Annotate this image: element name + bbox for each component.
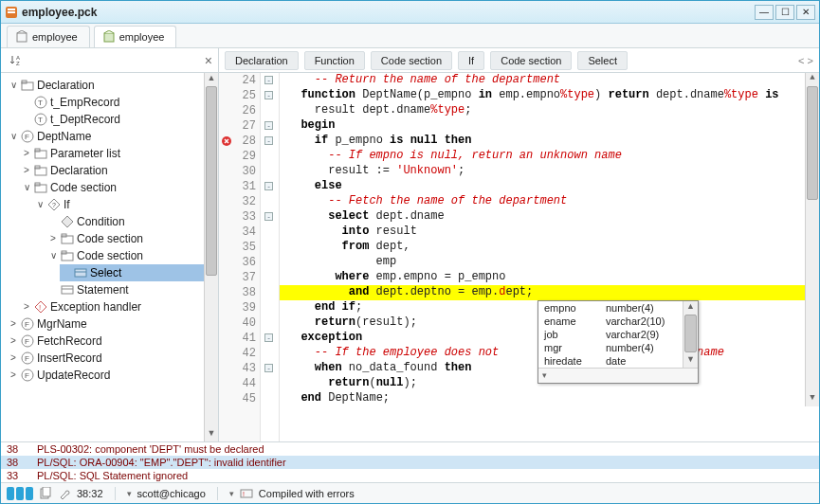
code-line[interactable]: -- If empno is null, return an unknown n… <box>287 149 819 164</box>
autocomplete-scrollbar[interactable]: ▲ ▼ <box>683 301 698 368</box>
line-number[interactable]: 36 <box>219 255 260 270</box>
breadcrumb-item[interactable]: Function <box>304 51 365 70</box>
outline-node[interactable]: ∨FDeptName <box>7 128 216 145</box>
autocomplete-item[interactable]: hiredatedate <box>538 354 698 368</box>
line-number[interactable]: 42 <box>219 346 260 361</box>
line-number[interactable]: 29 <box>219 149 260 164</box>
fold-gutter[interactable]: -------- <box>261 73 280 441</box>
code-line[interactable]: from dept, <box>287 240 819 255</box>
dropdown-icon[interactable]: ▾ <box>127 489 132 498</box>
scroll-up-icon[interactable]: ▲ <box>806 73 819 86</box>
outline-node[interactable]: >FInsertRecord <box>7 350 216 367</box>
autocomplete-popup[interactable]: empnonumber(4)enamevarchar2(10)jobvarcha… <box>538 300 699 384</box>
code-line[interactable]: into result <box>287 225 819 240</box>
outline-node[interactable]: >FFetchRecord <box>7 333 216 350</box>
chevron-down-icon[interactable]: ∨ <box>9 77 18 94</box>
outline-tree[interactable]: ∨DeclarationTt_EmpRecordTt_DeptRecord∨FD… <box>1 73 218 441</box>
chevron-down-icon[interactable]: ∨ <box>22 179 31 196</box>
tab-employee-spec[interactable]: employee <box>7 26 90 47</box>
scroll-down-icon[interactable]: ▼ <box>683 354 698 368</box>
error-row[interactable]: 33PL/SQL: SQL Statement ignored <box>1 469 819 482</box>
fold-toggle[interactable]: - <box>264 212 273 221</box>
autocomplete-item[interactable]: enamevarchar2(10) <box>538 315 698 328</box>
chevron-right-icon[interactable]: > <box>9 315 18 333</box>
line-number[interactable]: 41 <box>219 331 260 346</box>
outline-node[interactable]: Condition <box>46 213 216 230</box>
line-number[interactable]: 34 <box>219 225 260 240</box>
fold-toggle[interactable]: - <box>264 136 273 145</box>
outline-node[interactable]: ∨?If <box>33 196 216 213</box>
outline-node[interactable]: Statement <box>46 281 216 298</box>
outline-node[interactable]: Select <box>60 264 216 281</box>
code-line[interactable]: else <box>287 179 819 194</box>
line-number[interactable]: 37 <box>219 270 260 285</box>
scroll-down-icon[interactable]: ▼ <box>205 428 218 441</box>
line-number[interactable]: 32 <box>219 194 260 209</box>
code-line[interactable]: select dept.dname <box>287 209 819 225</box>
chevron-right-icon[interactable]: > <box>22 145 31 162</box>
code-line[interactable]: and dept.deptno = emp.dept; <box>280 285 819 300</box>
scroll-thumb[interactable] <box>206 86 217 276</box>
chevron-right-icon[interactable]: > <box>9 367 18 384</box>
outline-node[interactable]: ∨Code section <box>20 179 216 196</box>
close-outline-button[interactable]: × <box>205 53 212 68</box>
fold-toggle[interactable]: - <box>264 364 273 372</box>
fold-toggle[interactable]: - <box>264 91 273 99</box>
editor-scrollbar[interactable]: ▲ ▼ <box>805 73 819 406</box>
code-line[interactable]: result := 'Unknown'; <box>287 164 819 179</box>
chevron-right-icon[interactable]: > <box>22 298 31 315</box>
breadcrumb-item[interactable]: Declaration <box>225 51 299 70</box>
tab-employee-body[interactable]: employee <box>94 26 177 47</box>
outline-node[interactable]: >Declaration <box>20 162 216 179</box>
line-number[interactable]: 35 <box>219 240 260 255</box>
outline-node[interactable]: ∨Code section <box>46 247 216 264</box>
scroll-thumb[interactable] <box>684 315 697 352</box>
line-number[interactable]: 44 <box>219 376 260 391</box>
line-gutter[interactable]: 2425262728293031323334353637383940414243… <box>219 73 261 441</box>
breadcrumb-item[interactable]: Code section <box>371 51 452 70</box>
autocomplete-item[interactable]: mgrnumber(4) <box>538 341 698 354</box>
fold-toggle[interactable]: - <box>264 76 273 84</box>
outline-node[interactable]: Tt_EmpRecord <box>20 94 216 111</box>
code-line[interactable]: result dept.dname%type; <box>287 103 819 118</box>
outline-scrollbar[interactable]: ▲ ▼ <box>204 73 218 441</box>
outline-node[interactable]: >Code section <box>46 230 216 247</box>
error-list[interactable]: 38PLS-00302: component 'DEPT' must be de… <box>1 441 819 482</box>
code-line[interactable]: end DeptName; <box>287 391 819 406</box>
line-number[interactable]: 38 <box>219 285 260 300</box>
maximize-button[interactable]: ☐ <box>775 5 794 20</box>
code-line[interactable]: -- Fetch the name of the department <box>287 194 819 209</box>
line-number[interactable]: 30 <box>219 164 260 179</box>
fold-toggle[interactable]: - <box>264 121 273 130</box>
error-row[interactable]: 38PLS-00302: component 'DEPT' must be de… <box>1 442 819 456</box>
outline-node[interactable]: Tt_DeptRecord <box>20 111 216 128</box>
error-gutter-icon[interactable] <box>221 135 232 147</box>
code-line[interactable]: -- Return the name of the department <box>287 73 819 88</box>
outline-node[interactable]: >Parameter list <box>20 145 216 162</box>
line-number[interactable]: 40 <box>219 315 260 331</box>
breadcrumb-item[interactable]: Select <box>577 51 628 70</box>
line-number[interactable]: 31 <box>219 179 260 194</box>
autocomplete-item[interactable]: empnonumber(4) <box>538 301 698 315</box>
outline-node[interactable]: >!Exception handler <box>20 298 216 315</box>
line-number[interactable]: 33 <box>219 209 260 225</box>
wrench-icon[interactable] <box>58 487 71 500</box>
code-editor[interactable]: end DeptName; return(null); when no_data… <box>280 73 819 406</box>
fold-toggle[interactable]: - <box>264 182 273 190</box>
scroll-down-icon[interactable]: ▼ <box>806 393 819 406</box>
breadcrumb-item[interactable]: Code section <box>490 51 572 70</box>
chevron-down-icon[interactable]: ∨ <box>9 128 18 145</box>
sort-button[interactable]: AZ <box>7 51 26 70</box>
line-number[interactable]: 43 <box>219 361 260 376</box>
error-row[interactable]: 38PL/SQL: ORA-00904: "EMP"."DEPT": inval… <box>1 456 819 469</box>
code-line[interactable]: if p_empno is null then <box>287 134 819 149</box>
close-button[interactable]: ✕ <box>796 5 815 20</box>
scroll-thumb[interactable] <box>807 86 818 200</box>
outline-node[interactable]: >FMgrName <box>7 315 216 333</box>
chevron-right-icon[interactable]: > <box>48 230 58 247</box>
line-number[interactable]: 24 <box>219 73 260 88</box>
code-line[interactable]: emp <box>287 255 819 270</box>
line-number[interactable]: 39 <box>219 300 260 315</box>
breadcrumb-nav-arrows[interactable]: < > <box>798 55 813 66</box>
line-number[interactable]: 26 <box>219 103 260 118</box>
